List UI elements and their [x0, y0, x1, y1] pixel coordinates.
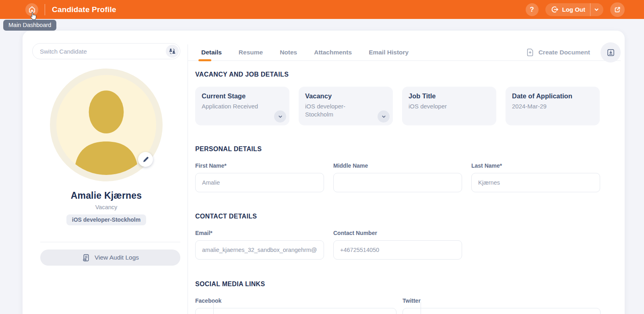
- last-name-input[interactable]: [471, 173, 600, 192]
- logout-label: Log Out: [562, 6, 585, 13]
- view-audit-logs-button[interactable]: View Audit Logs: [40, 250, 180, 266]
- switch-candidate-box: [32, 43, 180, 59]
- section-heading-vacancy-job: VACANCY AND JOB DETAILS: [195, 71, 601, 78]
- last-name-field: Last Name*: [471, 162, 600, 192]
- current-stage-dropdown-button[interactable]: [274, 110, 286, 123]
- candidate-sidebar: Amalie Kjærnes Vacancy iOS developer-Sto…: [32, 43, 180, 266]
- chevron-down-icon: [278, 114, 283, 119]
- section-heading-contact: CONTACT DETAILS: [195, 213, 601, 220]
- pencil-icon: [142, 156, 149, 163]
- question-mark-icon: ?: [530, 6, 534, 14]
- top-bar: Candidate Profile ? Log Out: [0, 0, 644, 19]
- tab-notes[interactable]: Notes: [280, 49, 297, 56]
- vacancy-label: Vacancy: [95, 204, 118, 210]
- email-input[interactable]: [195, 240, 324, 260]
- card-value: iOS developer-Stockholm: [305, 102, 372, 119]
- candidate-name: Amalie Kjærnes: [71, 190, 142, 201]
- facebook-input-prefix: [195, 302, 214, 314]
- job-title-card: Job Title iOS developer: [402, 87, 496, 125]
- active-tab-indicator: [198, 59, 211, 61]
- email-field: Email*: [195, 230, 324, 260]
- facebook-label: Facebook: [195, 297, 396, 304]
- tab-attachments[interactable]: Attachments: [314, 49, 352, 56]
- document-eye-icon: [82, 254, 90, 262]
- help-button[interactable]: ?: [526, 3, 539, 16]
- tab-details[interactable]: Details: [201, 49, 222, 56]
- vacancy-job-cards: Current Stage Application Received Vacan…: [195, 87, 601, 125]
- card-title: Job Title: [409, 92, 490, 100]
- card-value: 2024-Mar-29: [512, 102, 578, 110]
- current-stage-card: Current Stage Application Received: [195, 87, 289, 125]
- hand-pointer-cursor: [28, 11, 38, 21]
- facebook-input[interactable]: [195, 308, 396, 314]
- download-icon: [607, 48, 615, 57]
- topbar-actions: ? Log Out: [526, 2, 625, 17]
- external-link-icon: [614, 6, 621, 13]
- contact-number-label: Contact Number: [333, 230, 462, 236]
- personal-fields-row: First Name* Middle Name Last Name*: [195, 162, 601, 192]
- audit-button-label: View Audit Logs: [95, 254, 139, 261]
- section-heading-personal: PERSONAL DETAILS: [195, 146, 601, 153]
- twitter-field: Twitter: [402, 297, 601, 314]
- card-title: Vacancy: [305, 92, 386, 100]
- open-in-new-window-button[interactable]: [610, 2, 625, 17]
- middle-name-input[interactable]: [333, 173, 462, 192]
- chevron-down-icon: [381, 114, 386, 119]
- date-of-application-card: Date of Application 2024-Mar-29: [506, 87, 600, 125]
- file-plus-icon: [526, 48, 535, 57]
- people-swap-icon: [169, 48, 176, 55]
- section-heading-social: SOCIAL MEDIA LINKS: [195, 281, 601, 288]
- sign-out-icon: [551, 6, 559, 13]
- card-value: Application Received: [202, 102, 268, 110]
- middle-name-label: Middle Name: [333, 162, 462, 169]
- vacancy-card: Vacancy iOS developer-Stockholm: [299, 87, 393, 125]
- first-name-label: First Name*: [195, 162, 324, 169]
- first-name-input[interactable]: [195, 173, 324, 192]
- middle-name-field: Middle Name: [333, 162, 462, 192]
- switch-candidate-input[interactable]: [33, 44, 180, 59]
- section-contact-details: CONTACT DETAILS Email* Contact Number: [195, 213, 601, 260]
- candidate-avatar: [50, 69, 163, 181]
- page-title: Candidate Profile: [52, 5, 116, 14]
- create-document-label: Create Document: [539, 49, 590, 56]
- contact-number-field: Contact Number: [333, 230, 462, 260]
- card-value: iOS developer: [409, 102, 475, 110]
- tab-email-history[interactable]: Email History: [369, 49, 409, 56]
- details-content: VACANCY AND JOB DETAILS Current Stage Ap…: [195, 71, 601, 314]
- facebook-field: Facebook: [195, 297, 396, 314]
- logout-pill-divider: [590, 3, 590, 16]
- download-button[interactable]: [601, 42, 621, 62]
- tabs-bar: Details Resume Notes Attachments Email H…: [188, 44, 621, 61]
- chevron-down-icon[interactable]: [594, 7, 599, 12]
- logout-button[interactable]: Log Out: [545, 3, 603, 16]
- switch-candidate-button[interactable]: [166, 45, 179, 58]
- sidebar-divider: [40, 242, 180, 242]
- twitter-input[interactable]: [402, 308, 601, 314]
- section-social-media: SOCIAL MEDIA LINKS Facebook Twitter: [195, 281, 601, 314]
- vacancy-dropdown-button[interactable]: [378, 110, 390, 123]
- card-title: Date of Application: [512, 92, 593, 100]
- twitter-label: Twitter: [402, 297, 601, 304]
- tab-resume[interactable]: Resume: [239, 49, 263, 56]
- edit-photo-button[interactable]: [138, 152, 153, 167]
- first-name-field: First Name*: [195, 162, 324, 192]
- profile-card: Amalie Kjærnes Vacancy iOS developer-Sto…: [23, 31, 625, 314]
- contact-number-input[interactable]: [333, 240, 462, 260]
- topbar-divider: [45, 4, 45, 15]
- email-label: Email*: [195, 230, 324, 236]
- main-dashboard-tooltip: Main Dashboard: [3, 20, 56, 31]
- vacancy-badge: iOS developer-Stockholm: [66, 214, 146, 225]
- twitter-input-prefix: [402, 302, 421, 314]
- content-divider: [188, 44, 188, 314]
- section-personal-details: PERSONAL DETAILS First Name* Middle Name…: [195, 146, 601, 192]
- social-fields-row: Facebook Twitter: [195, 297, 601, 314]
- contact-fields-row: Email* Contact Number: [195, 230, 601, 260]
- card-title: Current Stage: [202, 92, 283, 100]
- create-document-button[interactable]: Create Document: [526, 48, 590, 57]
- candidate-profile-page: Candidate Profile ? Log Out: [0, 0, 644, 314]
- last-name-label: Last Name*: [471, 162, 600, 169]
